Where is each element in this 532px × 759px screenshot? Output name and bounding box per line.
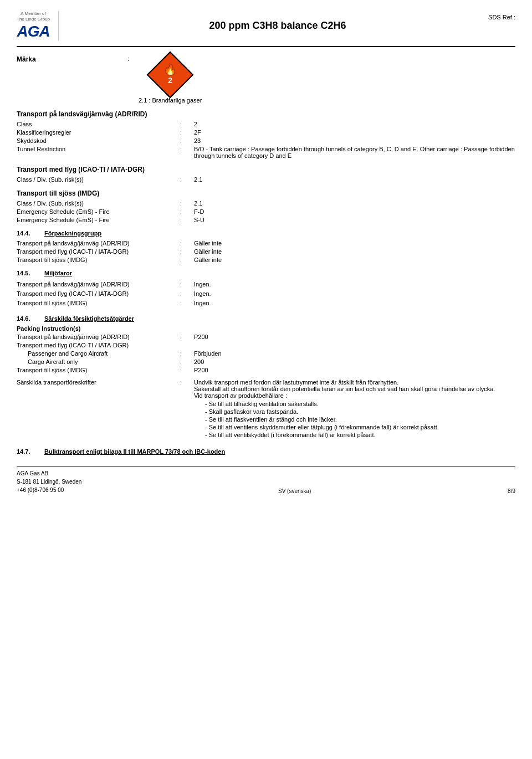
section-147-header: 14.7. Bulktransport enligt bilaga II til… [17,448,515,455]
144-adr-colon: : [180,240,194,247]
imdg-ems-fire-value: F-D [194,208,515,215]
146-passenger-value: Förbjuden [194,350,515,357]
adr-tunnel-label: Tunnel Restriction [17,146,180,159]
146-passenger-colon: : [180,350,194,357]
adr-skyddskod-colon: : [180,137,194,144]
adr-class-row: Class : 2 [17,121,515,127]
section-144-content: Transport på landsväg/järnväg (ADR/RID) … [17,240,515,263]
footer-page: 8/9 [508,488,515,494]
144-imdg-label: Transport till sjöss (IMDG) [17,257,180,263]
section-144-header: 14.4. Förpackningsgrupp [17,230,515,237]
footer-company: AGA Gas AB [17,469,81,478]
section-145-content: Transport på landsväg/järnväg (ADR/RID) … [17,281,515,306]
packing-instructions-title: Packing Instruction(s) [17,325,515,332]
bullet-item-4: - Se till att ventilens skyddsmutter ell… [205,424,515,430]
adr-class-value: 2 [194,121,515,127]
special-transport-row: Särskilda transportföreskrifter : Undvik… [17,379,515,439]
144-imdg-colon: : [180,257,194,263]
146-imdg-row: Transport till sjöss (IMDG) : P200 [17,367,515,373]
imdg-class-label: Class / Div. (Sub. risk(s)) [17,200,180,207]
145-iata-label: Transport med flyg (ICAO-TI / IATA-DGR) [17,290,180,297]
section-146-content: Packing Instruction(s) Transport på land… [17,325,515,439]
special-text1: Undvik transport med fordon där lastutry… [194,379,398,386]
144-adr-label: Transport på landsväg/järnväg (ADR/RID) [17,240,180,247]
iata-class-label: Class / Div. (Sub. risk(s)) [17,176,180,183]
transport-iata-section: Transport med flyg (ICAO-TI / IATA-DGR) … [17,166,515,183]
document-title: 200 ppm C3H8 balance C2H6 [67,20,488,32]
146-passenger-label: Passenger and Cargo Aircraft [17,350,180,357]
section-144-number: 14.4. [17,230,36,237]
footer: AGA Gas AB S-181 81 Lidingö, Sweden +46 … [17,466,515,497]
146-adr-row: Transport på landsväg/järnväg (ADR/RID) … [17,334,515,340]
diamond-number: 2 [168,76,172,85]
imdg-class-value: 2.1 [194,200,515,207]
146-iata-header-label: Transport med flyg (ICAO-TI / IATA-DGR) [17,342,180,348]
special-text3: Vid transport av produktbehållare : [194,392,287,399]
diamond-inner: 🔥 2 [151,55,190,94]
marka-colon: : [127,55,139,62]
bullet-item-3: - Se till att flaskventilen är stängd oc… [205,416,515,423]
146-adr-colon: : [180,334,194,340]
special-transport-colon: : [180,379,194,439]
marka-section: Märka : 🔥 2 2.1 : Brandfarliga gaser [17,55,515,104]
145-imdg-value: Ingen. [194,300,515,306]
iata-class-row: Class / Div. (Sub. risk(s)) : 2.1 [17,176,515,183]
transport-adr-section: Transport på landsväg/järnväg (ADR/RID) … [17,110,515,159]
146-adr-label: Transport på landsväg/järnväg (ADR/RID) [17,334,180,340]
adr-klassificering-colon: : [180,129,194,136]
144-iata-label: Transport med flyg (ICAO-TI / IATA-DGR) [17,248,180,255]
sds-ref: SDS Ref.: [488,11,515,20]
adr-skyddskod-label: Skyddskod [17,137,180,144]
imdg-ems-fire-colon: : [180,208,194,215]
iata-class-colon: : [180,176,194,183]
144-adr-row: Transport på landsväg/järnväg (ADR/RID) … [17,240,515,247]
146-cargo-row: Cargo Aircraft only : 200 [17,358,515,365]
144-imdg-row: Transport till sjöss (IMDG) : Gäller int… [17,257,515,263]
146-cargo-colon: : [180,358,194,365]
section-145-title: Miljöfaror [44,270,72,276]
adr-class-label: Class [17,121,180,127]
adr-klassificering-row: Klassificeringsregler : 2F [17,129,515,136]
146-iata-header-row: Transport med flyg (ICAO-TI / IATA-DGR) [17,342,515,348]
146-imdg-value: P200 [194,367,515,373]
header: A Member of The Linde Group AGA 200 ppm … [17,11,515,47]
145-adr-value: Ingen. [194,281,515,288]
logo-member-text: A Member of [21,11,45,17]
footer-language: SV (svenska) [278,488,311,494]
section-144-title: Förpackningsgrupp [44,230,101,237]
145-adr-label: Transport på landsväg/järnväg (ADR/RID) [17,281,180,288]
146-adr-value: P200 [194,334,515,340]
145-imdg-row: Transport till sjöss (IMDG) : Ingen. [17,300,515,306]
section-147-number: 14.7. [17,448,36,455]
adr-klassificering-value: 2F [194,129,515,136]
145-iata-value: Ingen. [194,290,515,297]
special-transport-label: Särskilda transportföreskrifter [17,379,180,439]
transport-imdg-title: Transport till sjöss (IMDG) [17,189,515,197]
145-iata-row: Transport med flyg (ICAO-TI / IATA-DGR) … [17,290,515,297]
section-145-number: 14.5. [17,270,36,276]
144-iata-row: Transport med flyg (ICAO-TI / IATA-DGR) … [17,248,515,255]
imdg-class-colon: : [180,200,194,207]
145-iata-colon: : [180,290,194,297]
144-iata-value: Gäller inte [194,248,515,255]
adr-skyddskod-value: 23 [194,137,515,144]
145-imdg-label: Transport till sjöss (IMDG) [17,300,180,306]
footer-phone: +46 (0)8-706 95 00 [17,486,81,494]
footer-address: S-181 81 Lidingö, Sweden [17,478,81,486]
imdg-ems-fire2-label: Emergency Schedule (EmS) - Fire [17,217,180,223]
adr-skyddskod-row: Skyddskod : 23 [17,137,515,144]
bullet-item-5: - Se till att ventilskyddet (i förekomma… [205,432,515,438]
145-adr-row: Transport på landsväg/järnväg (ADR/RID) … [17,281,515,288]
146-cargo-value: 200 [194,358,515,365]
special-transport-content: Undvik transport med fordon där lastutry… [194,379,515,439]
adr-tunnel-colon: : [180,146,194,159]
section-146-header: 14.6. Särskilda försiktighetsåtgärder [17,315,515,322]
section-146-number: 14.6. [17,315,36,322]
146-imdg-label: Transport till sjöss (IMDG) [17,367,180,373]
146-cargo-label: Cargo Aircraft only [17,358,180,365]
aga-logo: AGA [17,23,49,40]
footer-left: AGA Gas AB S-181 81 Lidingö, Sweden +46 … [17,469,81,494]
section-147-title: Bulktransport enligt bilaga II till MARP… [44,448,225,455]
logo-group-text: The Linde Group [17,17,50,22]
special-bullets: - Se till att tillräcklig ventilation sä… [205,401,515,438]
